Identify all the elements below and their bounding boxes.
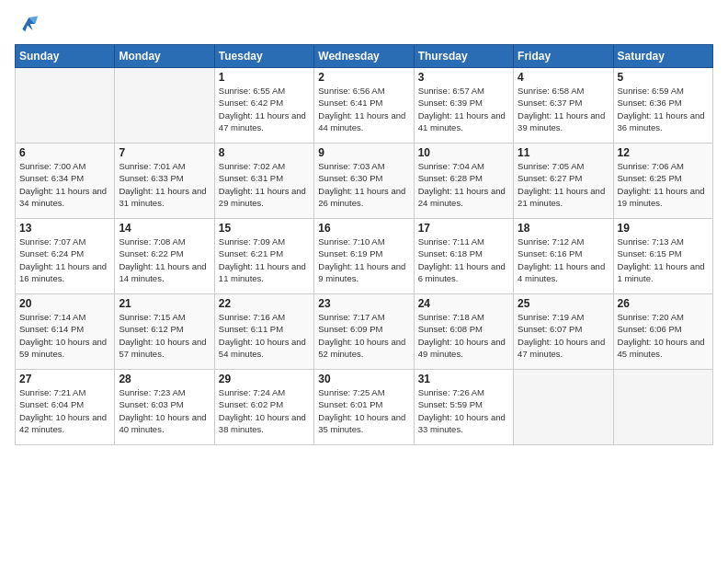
calendar-cell: 18Sunrise: 7:12 AMSunset: 6:16 PMDayligh… (514, 219, 613, 294)
day-info: Sunrise: 7:08 AMSunset: 6:22 PMDaylight:… (119, 236, 210, 284)
logo-bird-icon (15, 11, 40, 37)
day-info: Sunrise: 7:21 AMSunset: 6:04 PMDaylight:… (19, 386, 110, 435)
day-info: Sunrise: 6:55 AMSunset: 6:42 PMDaylight:… (219, 85, 310, 133)
day-info: Sunrise: 7:06 AMSunset: 6:25 PMDaylight:… (618, 160, 709, 209)
calendar-week-row: 1Sunrise: 6:55 AMSunset: 6:42 PMDaylight… (16, 68, 713, 144)
calendar-cell: 13Sunrise: 7:07 AMSunset: 6:24 PMDayligh… (16, 219, 115, 294)
calendar-cell: 25Sunrise: 7:19 AMSunset: 6:07 PMDayligh… (514, 294, 613, 370)
day-number: 4 (518, 71, 609, 84)
calendar-cell: 19Sunrise: 7:13 AMSunset: 6:15 PMDayligh… (613, 219, 712, 294)
day-info: Sunrise: 7:11 AMSunset: 6:18 PMDaylight:… (418, 236, 509, 284)
day-info: Sunrise: 7:26 AMSunset: 5:59 PMDaylight:… (418, 386, 509, 435)
calendar-week-row: 27Sunrise: 7:21 AMSunset: 6:04 PMDayligh… (16, 370, 713, 445)
calendar-cell: 10Sunrise: 7:04 AMSunset: 6:28 PMDayligh… (414, 144, 513, 219)
day-number: 18 (518, 222, 609, 235)
calendar-cell: 29Sunrise: 7:24 AMSunset: 6:02 PMDayligh… (214, 370, 313, 445)
day-info: Sunrise: 6:57 AMSunset: 6:39 PMDaylight:… (418, 85, 509, 133)
day-number: 26 (618, 297, 709, 310)
calendar-week-row: 20Sunrise: 7:14 AMSunset: 6:14 PMDayligh… (16, 294, 713, 370)
day-number: 21 (119, 297, 210, 310)
day-number: 27 (19, 373, 110, 385)
calendar-cell: 31Sunrise: 7:26 AMSunset: 5:59 PMDayligh… (414, 370, 513, 445)
calendar-cell: 21Sunrise: 7:15 AMSunset: 6:12 PMDayligh… (115, 294, 214, 370)
calendar-cell: 3Sunrise: 6:57 AMSunset: 6:39 PMDaylight… (414, 68, 513, 144)
day-number: 9 (318, 146, 409, 159)
calendar-cell: 17Sunrise: 7:11 AMSunset: 6:18 PMDayligh… (414, 219, 513, 294)
calendar-cell: 15Sunrise: 7:09 AMSunset: 6:21 PMDayligh… (214, 219, 313, 294)
day-info: Sunrise: 7:00 AMSunset: 6:34 PMDaylight:… (19, 160, 110, 209)
day-info: Sunrise: 7:10 AMSunset: 6:19 PMDaylight:… (318, 236, 409, 284)
day-number: 6 (19, 146, 110, 159)
calendar-cell: 5Sunrise: 6:59 AMSunset: 6:36 PMDaylight… (613, 68, 712, 144)
day-info: Sunrise: 7:19 AMSunset: 6:07 PMDaylight:… (518, 311, 609, 360)
calendar-header-wednesday: Wednesday (314, 45, 414, 68)
calendar-cell: 1Sunrise: 6:55 AMSunset: 6:42 PMDaylight… (214, 68, 313, 144)
day-number: 23 (318, 297, 409, 310)
day-info: Sunrise: 7:16 AMSunset: 6:11 PMDaylight:… (219, 311, 310, 360)
calendar-cell (16, 68, 115, 144)
calendar-cell: 4Sunrise: 6:58 AMSunset: 6:37 PMDaylight… (514, 68, 613, 144)
day-number: 19 (618, 222, 709, 235)
calendar-cell (514, 370, 613, 445)
calendar-cell: 2Sunrise: 6:56 AMSunset: 6:41 PMDaylight… (314, 68, 414, 144)
day-number: 12 (618, 146, 709, 159)
day-info: Sunrise: 7:25 AMSunset: 6:01 PMDaylight:… (318, 386, 409, 435)
calendar-header-sunday: Sunday (16, 45, 115, 68)
day-number: 17 (418, 222, 509, 235)
day-info: Sunrise: 7:12 AMSunset: 6:16 PMDaylight:… (518, 236, 609, 284)
day-number: 11 (518, 146, 609, 159)
day-number: 14 (119, 222, 210, 235)
calendar-week-row: 13Sunrise: 7:07 AMSunset: 6:24 PMDayligh… (16, 219, 713, 294)
calendar-cell: 16Sunrise: 7:10 AMSunset: 6:19 PMDayligh… (314, 219, 414, 294)
day-info: Sunrise: 7:01 AMSunset: 6:33 PMDaylight:… (119, 160, 210, 209)
day-number: 2 (318, 71, 409, 84)
day-info: Sunrise: 7:18 AMSunset: 6:08 PMDaylight:… (418, 311, 509, 360)
calendar-header-tuesday: Tuesday (214, 45, 313, 68)
calendar-cell: 9Sunrise: 7:03 AMSunset: 6:30 PMDaylight… (314, 144, 414, 219)
day-info: Sunrise: 7:20 AMSunset: 6:06 PMDaylight:… (618, 311, 709, 360)
calendar-week-row: 6Sunrise: 7:00 AMSunset: 6:34 PMDaylight… (16, 144, 713, 219)
day-info: Sunrise: 7:15 AMSunset: 6:12 PMDaylight:… (119, 311, 210, 360)
calendar-cell: 8Sunrise: 7:02 AMSunset: 6:31 PMDaylight… (214, 144, 313, 219)
day-number: 20 (19, 297, 110, 310)
calendar-header-thursday: Thursday (414, 45, 513, 68)
calendar-cell: 7Sunrise: 7:01 AMSunset: 6:33 PMDaylight… (115, 144, 214, 219)
calendar-cell: 26Sunrise: 7:20 AMSunset: 6:06 PMDayligh… (613, 294, 712, 370)
day-info: Sunrise: 7:02 AMSunset: 6:31 PMDaylight:… (219, 160, 310, 209)
day-number: 13 (19, 222, 110, 235)
calendar-cell (613, 370, 712, 445)
calendar-cell (115, 68, 214, 144)
day-number: 22 (219, 297, 310, 310)
day-number: 25 (518, 297, 609, 310)
day-number: 16 (318, 222, 409, 235)
day-number: 7 (119, 146, 210, 159)
calendar-cell: 24Sunrise: 7:18 AMSunset: 6:08 PMDayligh… (414, 294, 513, 370)
day-info: Sunrise: 7:09 AMSunset: 6:21 PMDaylight:… (219, 236, 310, 284)
calendar-cell: 6Sunrise: 7:00 AMSunset: 6:34 PMDaylight… (16, 144, 115, 219)
day-info: Sunrise: 6:58 AMSunset: 6:37 PMDaylight:… (518, 85, 609, 133)
calendar-cell: 28Sunrise: 7:23 AMSunset: 6:03 PMDayligh… (115, 370, 214, 445)
day-info: Sunrise: 7:17 AMSunset: 6:09 PMDaylight:… (318, 311, 409, 360)
day-number: 31 (418, 373, 509, 385)
day-number: 8 (219, 146, 310, 159)
day-info: Sunrise: 7:07 AMSunset: 6:24 PMDaylight:… (19, 236, 110, 284)
day-info: Sunrise: 7:14 AMSunset: 6:14 PMDaylight:… (19, 311, 110, 360)
calendar-cell: 14Sunrise: 7:08 AMSunset: 6:22 PMDayligh… (115, 219, 214, 294)
day-number: 3 (418, 71, 509, 84)
calendar-cell: 23Sunrise: 7:17 AMSunset: 6:09 PMDayligh… (314, 294, 414, 370)
day-number: 28 (119, 373, 210, 385)
day-info: Sunrise: 6:56 AMSunset: 6:41 PMDaylight:… (318, 85, 409, 133)
day-number: 10 (418, 146, 509, 159)
calendar-header-row: SundayMondayTuesdayWednesdayThursdayFrid… (16, 45, 713, 68)
calendar-cell: 22Sunrise: 7:16 AMSunset: 6:11 PMDayligh… (214, 294, 313, 370)
calendar-cell: 20Sunrise: 7:14 AMSunset: 6:14 PMDayligh… (16, 294, 115, 370)
day-info: Sunrise: 7:23 AMSunset: 6:03 PMDaylight:… (119, 386, 210, 435)
calendar-header-saturday: Saturday (613, 45, 712, 68)
day-number: 5 (618, 71, 709, 84)
day-info: Sunrise: 7:04 AMSunset: 6:28 PMDaylight:… (418, 160, 509, 209)
calendar-cell: 12Sunrise: 7:06 AMSunset: 6:25 PMDayligh… (613, 144, 712, 219)
day-number: 30 (318, 373, 409, 385)
day-number: 1 (219, 71, 310, 84)
day-info: Sunrise: 7:24 AMSunset: 6:02 PMDaylight:… (219, 386, 310, 435)
day-number: 29 (219, 373, 310, 385)
